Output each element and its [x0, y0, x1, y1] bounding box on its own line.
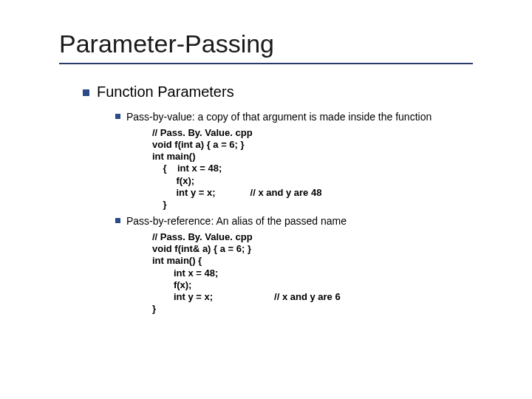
slide-content: Parameter-Passing Function Parameters Pa… [0, 0, 532, 316]
code-line: int y = x; [152, 291, 213, 302]
code-block: // Pass. By. Value. cpp void f(int& a) {… [152, 231, 532, 316]
title-underline [59, 63, 473, 64]
code-line: { int x = 48; [152, 163, 222, 174]
square-bullet-icon [83, 89, 89, 96]
code-line: int y = x; [152, 187, 216, 198]
square-bullet-icon [115, 114, 120, 119]
code-line: f(x); [152, 175, 194, 186]
code-comment: // x and y are 48 [250, 187, 322, 199]
code-line: void f(int& a) { a = 6; } [152, 243, 251, 254]
code-line: // Pass. By. Value. cpp [152, 231, 253, 242]
code-line: } [152, 199, 167, 210]
code-line: int main() [152, 151, 196, 162]
item-label: Pass-by-value: a copy of that argument i… [126, 111, 432, 123]
code-line: f(x); [152, 279, 191, 290]
item-label: Pass-by-reference: An alias of the passe… [126, 215, 347, 227]
code-line: int main() { [152, 255, 202, 266]
code-line: // Pass. By. Value. cpp [152, 127, 253, 138]
code-comment: // x and y are 6 [274, 291, 341, 303]
list-item: Pass-by-value: a copy of that argument i… [115, 111, 532, 124]
code-line: int x = 48; [152, 267, 218, 279]
square-bullet-icon [115, 218, 120, 223]
slide-title: Parameter-Passing [59, 30, 532, 58]
list-item: Pass-by-reference: An alias of the passe… [115, 215, 532, 228]
code-block: // Pass. By. Value. cpp void f(int a) { … [152, 127, 532, 211]
section-text: Function Parameters [97, 83, 234, 100]
code-line: void f(int a) { a = 6; } [152, 139, 245, 150]
code-line: } [152, 303, 156, 314]
section-heading: Function Parameters [83, 83, 532, 100]
